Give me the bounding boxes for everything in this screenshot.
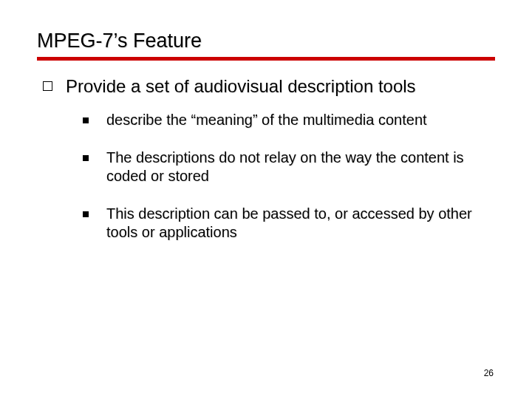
title-divider [37, 57, 495, 61]
slide-container: MPEG-7’s Feature Provide a set of audiov… [0, 0, 532, 399]
bullet-level2: This description can be passed to, or ac… [37, 205, 495, 242]
bullet-level2-text: describe the “meaning” of the multimedia… [106, 111, 427, 129]
bullet-level2: The descriptions do not relay on the way… [37, 149, 495, 185]
bullet-level2-text: This description can be passed to, or ac… [106, 205, 495, 242]
bullet-level1-text: Provide a set of audiovisual description… [66, 75, 416, 98]
bullet-level1: Provide a set of audiovisual description… [37, 75, 495, 98]
filled-square-icon [83, 211, 89, 217]
filled-square-icon [83, 155, 89, 161]
bullet-level2-text: The descriptions do not relay on the way… [106, 149, 495, 185]
filled-square-icon [83, 117, 89, 123]
hollow-square-icon [43, 81, 52, 91]
slide-title: MPEG-7’s Feature [37, 30, 495, 52]
page-number: 26 [484, 368, 494, 378]
bullet-level2: describe the “meaning” of the multimedia… [37, 111, 495, 129]
